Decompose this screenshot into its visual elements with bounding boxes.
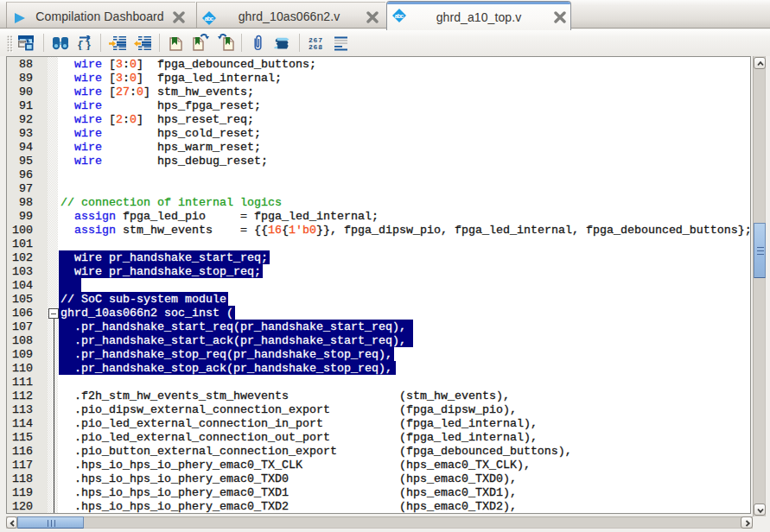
svg-text:{: { xyxy=(77,39,84,50)
svg-text:268: 268 xyxy=(309,43,322,50)
svg-text:}: } xyxy=(85,39,92,50)
